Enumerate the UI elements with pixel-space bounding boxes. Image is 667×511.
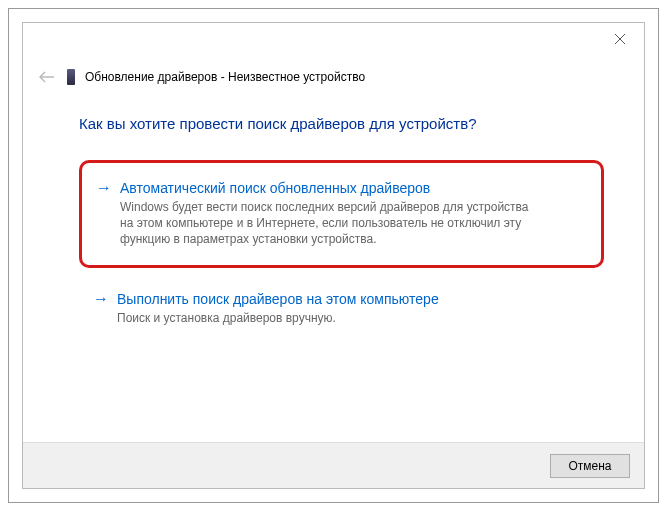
option-head: → Автоматический поиск обновленных драйв… bbox=[96, 179, 587, 197]
arrow-right-icon: → bbox=[96, 179, 112, 197]
arrow-left-icon bbox=[39, 71, 55, 83]
option-title: Автоматический поиск обновленных драйвер… bbox=[120, 179, 430, 197]
cancel-button[interactable]: Отмена bbox=[550, 454, 630, 478]
close-icon bbox=[615, 34, 625, 44]
back-button[interactable] bbox=[37, 67, 57, 87]
question-heading: Как вы хотите провести поиск драйверов д… bbox=[79, 115, 604, 132]
option-auto-search[interactable]: → Автоматический поиск обновленных драйв… bbox=[79, 160, 604, 268]
device-icon bbox=[67, 69, 75, 85]
dialog-content: Как вы хотите провести поиск драйверов д… bbox=[79, 115, 604, 350]
option-description: Поиск и установка драйверов вручную. bbox=[117, 310, 537, 326]
option-description: Windows будет вести поиск последних верс… bbox=[120, 199, 540, 247]
dialog-window: Обновление драйверов - Неизвестное устро… bbox=[22, 22, 645, 489]
option-title: Выполнить поиск драйверов на этом компью… bbox=[117, 290, 439, 308]
dialog-title: Обновление драйверов - Неизвестное устро… bbox=[85, 70, 365, 84]
option-manual-search[interactable]: → Выполнить поиск драйверов на этом комп… bbox=[79, 278, 604, 340]
arrow-right-icon: → bbox=[93, 290, 109, 308]
close-button[interactable] bbox=[606, 29, 634, 49]
dialog-footer: Отмена bbox=[23, 442, 644, 488]
option-head: → Выполнить поиск драйверов на этом комп… bbox=[93, 290, 590, 308]
dialog-header: Обновление драйверов - Неизвестное устро… bbox=[37, 67, 365, 87]
